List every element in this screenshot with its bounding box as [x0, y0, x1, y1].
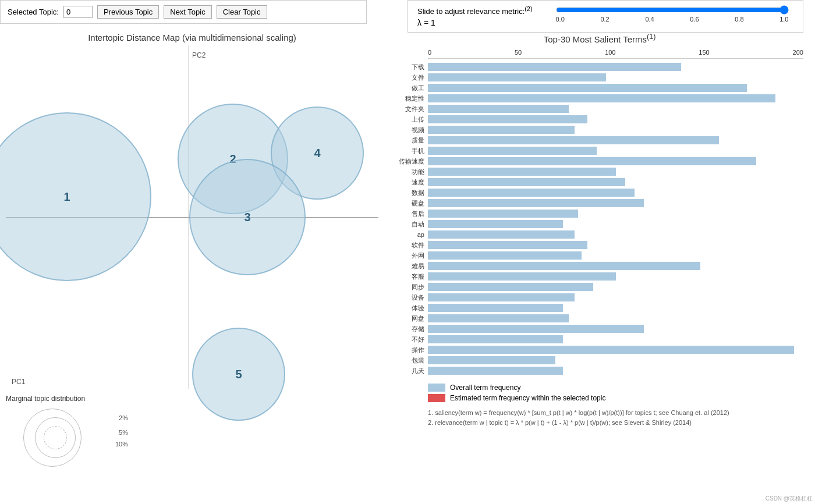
table-row: 硬盘 [396, 198, 803, 208]
bar-label: 网盘 [396, 314, 428, 323]
table-row: 质量 [396, 136, 803, 145]
legend-box-blue [428, 384, 445, 392]
table-row: 传输速度 [396, 157, 803, 166]
bar-fill [428, 346, 794, 354]
table-row: 客服 [396, 272, 803, 281]
table-row: 上传 [396, 115, 803, 124]
clear-topic-button[interactable]: Clear Topic [217, 5, 267, 19]
marginal-pct-5: 5% [119, 429, 128, 436]
bar-label: 速度 [396, 178, 428, 187]
legend-item-estimated: Estimated term frequency within the sele… [428, 394, 803, 402]
next-topic-button[interactable]: Next Topic [164, 5, 211, 19]
bar-fill [428, 199, 644, 207]
legend-estimated-label: Estimated term frequency within the sele… [450, 394, 605, 402]
bar-fill [428, 272, 616, 281]
bar-label: 难易 [396, 262, 428, 271]
marginal-section: Marginal topic distribution 2% 5% 10% [6, 395, 378, 470]
table-row: 操作 [396, 345, 803, 354]
bar-fill [428, 210, 578, 218]
bar-label: 下载 [396, 63, 428, 72]
table-row: 文件夹 [396, 104, 803, 113]
table-row: 速度 [396, 178, 803, 187]
bar-track [428, 63, 803, 71]
bar-label: 操作 [396, 346, 428, 354]
bar-track [428, 367, 803, 375]
table-row: 下载 [396, 62, 803, 72]
bar-track [428, 168, 803, 176]
bar-label: 客服 [396, 272, 428, 281]
bar-track [428, 189, 803, 197]
bar-fill [428, 241, 587, 249]
marginal-pct-2: 2% [119, 414, 128, 421]
legend-overall-label: Overall term frequency [450, 384, 520, 392]
intertopic-title: Intertopic Distance Map (via multidimens… [6, 33, 378, 42]
bar-track [428, 84, 803, 92]
bar-fill [428, 126, 575, 134]
bar-track [428, 241, 803, 249]
bar-fill [428, 325, 644, 333]
table-row: 售后 [396, 209, 803, 218]
table-row: 自动 [396, 219, 803, 229]
bar-fill [428, 94, 775, 102]
lambda-value: λ = 1 [417, 18, 533, 27]
bar-label: 质量 [396, 136, 428, 145]
x-axis-line [428, 58, 803, 59]
bar-track [428, 251, 803, 260]
bar-label: 售后 [396, 210, 428, 218]
bar-track [428, 105, 803, 113]
bar-track [428, 73, 803, 81]
bar-fill [428, 356, 555, 364]
table-row: 数据 [396, 188, 803, 197]
watermark: CSDN @英格杠杠 [766, 495, 813, 503]
x-axis-labels: 0 50 100 150 200 [428, 49, 803, 56]
bar-track [428, 115, 803, 123]
table-row: 做工 [396, 83, 803, 93]
table-row: 几天 [396, 366, 803, 375]
bar-fill [428, 136, 719, 144]
bar-fill [428, 367, 563, 375]
table-row: 视频 [396, 125, 803, 134]
pc2-label: PC2 [192, 51, 205, 59]
barchart-title: Top-30 Most Salient Terms(1) [396, 33, 803, 44]
bar-track [428, 272, 803, 281]
bar-track [428, 262, 803, 270]
relevance-slider[interactable] [556, 5, 789, 15]
selected-topic-input[interactable] [63, 6, 93, 18]
bar-label: 几天 [396, 367, 428, 375]
bar-fill [428, 105, 569, 113]
bar-track [428, 304, 803, 312]
table-row: 体验 [396, 303, 803, 313]
footnote-2: 2. relevance(term w | topic t) = λ * p(w… [428, 418, 803, 428]
bar-track [428, 283, 803, 291]
topic-circle-5[interactable]: 5 [192, 328, 285, 421]
bar-fill [428, 251, 582, 260]
table-row: 功能 [396, 167, 803, 176]
bar-label: 功能 [396, 168, 428, 176]
bar-fill [428, 304, 563, 312]
prev-topic-button[interactable]: Previous Topic [97, 5, 159, 19]
bar-track [428, 147, 803, 155]
bar-track [428, 210, 803, 218]
bar-track [428, 335, 803, 343]
bar-label: 硬盘 [396, 199, 428, 208]
topic-circle-1[interactable]: 1 [0, 112, 151, 281]
marginal-pct-10: 10% [115, 441, 128, 448]
footnotes: 1. saliency(term w) = frequency(w) * [su… [428, 408, 803, 427]
bar-label: 传输速度 [396, 157, 428, 166]
marginal-title: Marginal topic distribution [6, 395, 378, 403]
bar-fill [428, 84, 747, 92]
bar-fill [428, 178, 625, 186]
bar-track [428, 325, 803, 333]
table-row: 难易 [396, 261, 803, 271]
bar-label: 文件夹 [396, 105, 428, 113]
bar-label: 手机 [396, 147, 428, 155]
topic-circle-3[interactable]: 3 [189, 159, 306, 275]
bar-fill [428, 283, 593, 291]
table-row: 同步 [396, 282, 803, 292]
bar-label: 自动 [396, 220, 428, 229]
table-row: 存储 [396, 324, 803, 333]
top-controls: Selected Topic: Previous Topic Next Topi… [0, 0, 367, 24]
table-row: ap [396, 230, 803, 239]
bar-label: 存储 [396, 325, 428, 333]
bar-label: 上传 [396, 115, 428, 124]
